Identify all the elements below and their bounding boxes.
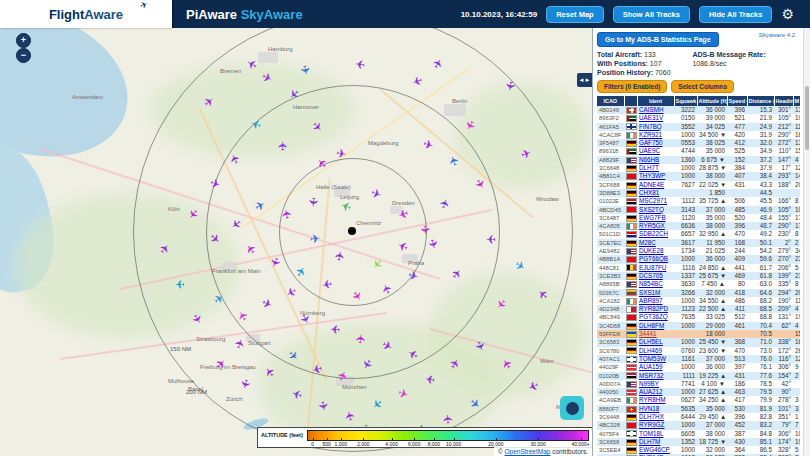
ident-link[interactable]: DLH5EL	[639, 338, 663, 345]
header-messages[interactable]: M	[793, 96, 800, 106]
aircraft-marker[interactable]: ✈	[354, 57, 366, 71]
table-row[interactable]: 3C4D68DLH8FM100029 00046170.462°4	[597, 322, 800, 330]
table-row[interactable]: 50FFD83444118 00070.515	[597, 330, 800, 338]
ident-link[interactable]: DLH469	[639, 347, 662, 354]
table-row[interactable]: A8865BN854BC36307 450 ▲8063.0335°8	[597, 280, 800, 288]
ident-link[interactable]: RYR9GZ	[639, 421, 664, 428]
aircraft-marker[interactable]: ✈	[442, 413, 455, 424]
ident-link[interactable]: ADNE4E	[639, 181, 664, 188]
header-speed[interactable]: Speed (kt)	[727, 96, 747, 106]
ident-link[interactable]: N99BY	[639, 380, 659, 387]
table-row[interactable]: 896318UAE9C474435 00052534.9110°15	[597, 147, 800, 155]
aircraft-marker[interactable]: ✈	[277, 141, 289, 151]
header-squawk[interactable]: Squawk	[674, 96, 697, 106]
table-row[interactable]: 448C81EJU87FU111624 850 ▲44161.7206°5	[597, 264, 800, 272]
aircraft-marker[interactable]: ✈	[280, 208, 294, 220]
ident-link[interactable]: SDB22CH	[639, 230, 668, 237]
table-row[interactable]: 4BCD45SXS2TQ314337 00048546.9105°10	[597, 206, 800, 214]
ident-link[interactable]: MSR732	[639, 372, 664, 379]
table-row[interactable]: 3CE3B3DCS705133725 675 ▼46961.8199°21	[597, 272, 800, 280]
aircraft-marker[interactable]: ✈	[298, 64, 312, 76]
ident-link[interactable]: RYR8HM	[639, 396, 665, 403]
ident-link[interactable]: HVN18	[639, 405, 659, 412]
ident-link[interactable]: ABR897	[639, 297, 662, 304]
table-row[interactable]: 4CA9EBRYR8HM062734 250 ▲41779.9278°3	[597, 396, 800, 404]
aircraft-marker[interactable]: ✈	[424, 372, 436, 386]
header-ident[interactable]: Ident	[637, 96, 674, 106]
header-icao[interactable]: ICAO	[597, 96, 624, 106]
table-row[interactable]: 3C6648DLH7T100028 875 ▼38437.917°12	[597, 164, 800, 172]
ident-link[interactable]: CHX81	[639, 189, 659, 196]
panel-scrollbar[interactable]	[803, 28, 810, 456]
table-row[interactable]: 4CA805RYR5GX663638 00039648.7290°17	[597, 222, 800, 230]
table-row[interactable]: 4D2348RYR82PD112322 500 ▲41168.5209°4	[597, 305, 800, 313]
adsb-statistics-button[interactable]: Go to My ADS-B Statistics Page	[597, 32, 719, 47]
ident-link[interactable]: PGT66QB	[639, 255, 668, 262]
table-row[interactable]: 4BC849PGT36ZQ763533 02551268.8131°19	[597, 313, 800, 321]
table-row[interactable]: A8829FN66HB13606 675 ▼15237.2147°4	[597, 156, 800, 164]
ident-link[interactable]: EWG46CP	[639, 446, 670, 453]
table-row[interactable]: 407AC1TOM53W116137 00051376.0116°12	[597, 355, 800, 363]
ident-link[interactable]: SXS1M	[639, 289, 660, 296]
aircraft-marker[interactable]: ✈	[333, 250, 347, 262]
ident-link[interactable]: THY3WP	[639, 172, 665, 179]
table-row[interactable]: 501C1DSDB22CH665732 950 ▲47049.2230°8	[597, 230, 800, 238]
ident-link[interactable]: AUA159	[639, 363, 662, 370]
table-row[interactable]: 8963F2UAE31V015039 00052121.9105°10	[597, 114, 800, 122]
table-row[interactable]: 3D88E3CHX811 85044.5	[597, 189, 800, 197]
filters-button[interactable]: Filters (0 Enabled)	[597, 80, 667, 93]
reset-map-button[interactable]: Reset Map	[546, 6, 604, 23]
ident-link[interactable]: DCS705	[639, 272, 663, 279]
ident-link[interactable]: DLH7M	[639, 438, 660, 445]
table-row[interactable]: AE9482DUKE28173421 02524454.2279°34	[597, 247, 800, 255]
ident-link[interactable]: DLH7HX	[639, 413, 664, 420]
table-row[interactable]: 3CF688ADNE4E762722 025 ▼43143.3188°20	[597, 181, 800, 189]
header-distance[interactable]: Distance (NM)	[747, 96, 774, 106]
ident-link[interactable]: MSC2971	[639, 197, 667, 204]
table-row[interactable]: 50367CSXS1M326632 00041864.6294°20	[597, 289, 800, 297]
aircraft-marker[interactable]: ✈	[335, 147, 347, 161]
ident-link[interactable]: UAE9C	[639, 147, 660, 154]
ident-link[interactable]: DLH8FM	[639, 322, 664, 329]
ident-link[interactable]: PGT36ZQ	[639, 313, 668, 320]
ident-link[interactable]: FIN7BQ	[639, 123, 662, 130]
ident-link[interactable]: 34441	[639, 330, 657, 337]
hide-all-tracks-button[interactable]: Hide All Tracks	[699, 6, 773, 23]
skyaware-version-link[interactable]: Skyaware 4.2	[759, 32, 795, 38]
table-row[interactable]: 461FA5FIN7BQ355234 02547724.9212°11	[597, 123, 800, 131]
table-row[interactable]: 4CAC8FKZR921100034 500 ▼42031.9290°16	[597, 131, 800, 139]
table-row[interactable]: A0D07AN99BY77414 100 ▼18678.542°	[597, 380, 800, 388]
ident-link[interactable]: RYR5GX	[639, 222, 665, 229]
ident-link[interactable]: N854BC	[639, 280, 663, 287]
ident-link[interactable]: N66HB	[639, 156, 659, 163]
table-row[interactable]: 4BC328RYR9GZ100037 00045283.279°7	[597, 421, 800, 429]
ident-link[interactable]: TOM53W	[639, 355, 666, 362]
flightaware-logo[interactable]: FlightAware ✈	[0, 0, 172, 28]
ident-link[interactable]: EWG7FB	[639, 214, 666, 221]
select-columns-button[interactable]: Select Columns	[671, 80, 734, 93]
ident-link[interactable]: RYR82PD	[639, 305, 668, 312]
table-row[interactable]: 3F5487GAF750055338 02541232.0272°13	[597, 139, 800, 147]
table-row[interactable]: 3C6780DLH469076023 600 ▼47073.0172°26	[597, 347, 800, 355]
table-row[interactable]: 440050AUA212100027 625 ▲46379.590°	[597, 388, 800, 396]
aircraft-marker[interactable]: ✈	[486, 233, 496, 245]
header-heading[interactable]: Heading	[774, 96, 793, 106]
table-row[interactable]: 4075F4TOM18L660538 00038784.8306°10	[597, 430, 800, 438]
table-row[interactable]: 3C5EE4EWG46CP100032 00036486.5328°5	[597, 446, 800, 454]
ident-link[interactable]: SXS2TQ	[639, 206, 664, 213]
ident-link[interactable]: CAISMH	[639, 106, 664, 113]
aircraft-marker[interactable]: ✈	[419, 224, 432, 235]
zoom-in-button[interactable]: +	[16, 33, 31, 48]
table-row[interactable]: 4B81C4THY3WP100038 00040738.4293°14	[597, 172, 800, 180]
table-row[interactable]: 4B0149CAISMH322236 00039615.3301°13	[597, 106, 800, 114]
show-all-tracks-button[interactable]: Show All Tracks	[613, 6, 690, 23]
ident-link[interactable]: UAE31V	[639, 114, 663, 121]
map-canvas[interactable]: HamburgBremenHannoverBerlinMagdeburgHall…	[0, 28, 592, 456]
aircraft-marker[interactable]: ✈	[355, 333, 368, 344]
table-row[interactable]: 01022EMSC2971111235 725 ▲50645.5166°8	[597, 197, 800, 205]
table-row[interactable]: 3CE7ECM28C361711 95016850.12°2	[597, 239, 800, 247]
table-row[interactable]: 3C6658DLH7M135218 725 ▼43085.1174°19	[597, 438, 800, 446]
ident-link[interactable]: DUKE28	[639, 247, 664, 254]
map-layers-button[interactable]	[560, 396, 584, 420]
table-row[interactable]: 8880F7HVN18563535 00053081.9101°3	[597, 405, 800, 413]
